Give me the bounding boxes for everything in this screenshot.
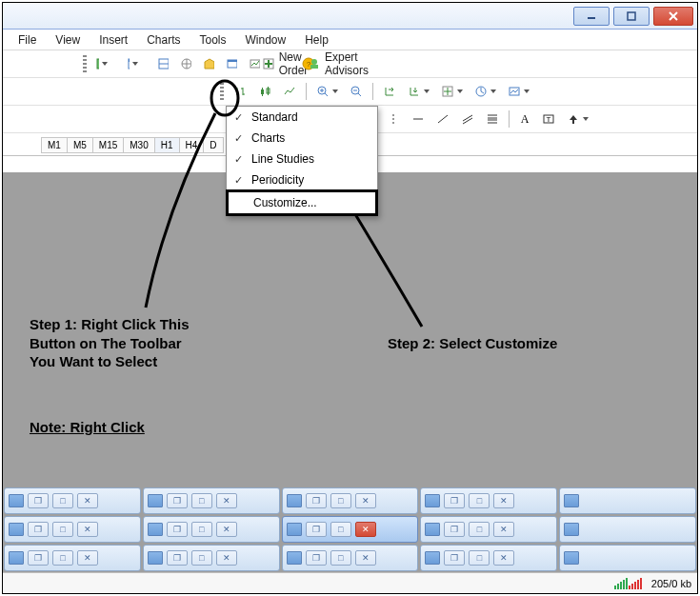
fibonacci-button[interactable] (481, 109, 504, 129)
maximize-icon[interactable]: □ (469, 522, 490, 537)
candlestick-button[interactable] (253, 81, 276, 102)
data-window-button[interactable] (198, 53, 219, 74)
tf-h1[interactable]: H1 (154, 137, 180, 153)
toolbar-grip[interactable] (83, 55, 87, 72)
maximize-icon[interactable]: □ (469, 550, 490, 566)
menu-window[interactable]: Window (236, 30, 296, 50)
child-window[interactable]: ❐□✕ (420, 545, 557, 571)
restore-icon[interactable]: ❐ (306, 550, 327, 566)
tf-m1[interactable]: M1 (41, 137, 68, 153)
expert-advisors-button[interactable]: Expert Advisors (328, 53, 349, 74)
close-icon[interactable]: ✕ (493, 493, 514, 508)
maximize-icon[interactable]: □ (52, 550, 73, 566)
chart-shift-button[interactable] (403, 81, 434, 102)
child-window-active[interactable]: ❐□✕ (282, 516, 419, 543)
restore-icon[interactable]: ❐ (167, 550, 188, 566)
menu-help[interactable]: Help (295, 30, 338, 50)
maximize-icon[interactable]: □ (330, 493, 351, 508)
maximize-button[interactable] (613, 7, 650, 26)
tf-d1[interactable]: D (203, 137, 223, 153)
ctx-charts[interactable]: Charts (227, 128, 377, 149)
child-window[interactable] (559, 487, 696, 514)
close-icon[interactable]: ✕ (216, 550, 237, 566)
close-icon[interactable]: ✕ (77, 550, 98, 566)
indicators-button[interactable] (436, 81, 468, 102)
zoom-out-button[interactable] (345, 81, 368, 102)
child-window[interactable]: ❐□✕ (4, 516, 141, 543)
maximize-icon[interactable]: □ (52, 522, 73, 537)
restore-icon[interactable]: ❐ (444, 550, 465, 566)
child-window[interactable] (559, 516, 696, 543)
child-window[interactable]: ❐□✕ (282, 545, 419, 571)
child-window[interactable]: ❐□✕ (4, 487, 141, 514)
maximize-icon[interactable]: □ (191, 522, 212, 537)
line-chart-button[interactable] (278, 81, 301, 102)
navigator-button[interactable] (175, 53, 196, 74)
profiles-button[interactable] (122, 53, 143, 74)
close-icon[interactable]: ✕ (355, 550, 376, 566)
menu-charts[interactable]: Charts (137, 30, 190, 50)
maximize-icon[interactable]: □ (191, 550, 212, 566)
child-window[interactable]: ❐□✕ (4, 545, 141, 571)
maximize-icon[interactable]: □ (191, 493, 212, 508)
menu-view[interactable]: View (46, 30, 90, 50)
ctx-periodicity[interactable]: Periodicity (227, 169, 377, 190)
maximize-icon[interactable]: □ (330, 522, 351, 537)
horizontal-line-button[interactable] (407, 109, 430, 129)
trendline-button[interactable] (431, 109, 454, 129)
close-icon[interactable]: ✕ (493, 522, 514, 537)
child-window[interactable]: ❐□✕ (143, 487, 280, 514)
tf-m30[interactable]: M30 (123, 137, 154, 153)
restore-icon[interactable]: ❐ (28, 493, 49, 508)
new-chart-button[interactable] (91, 53, 112, 74)
ctx-line-studies[interactable]: Line Studies (227, 149, 377, 169)
close-icon[interactable]: ✕ (77, 493, 98, 508)
channel-button[interactable] (456, 109, 479, 129)
text-label-button[interactable]: T (537, 109, 560, 129)
restore-icon[interactable]: ❐ (28, 522, 49, 537)
close-icon[interactable]: ✕ (355, 493, 376, 508)
market-watch-button[interactable] (152, 53, 173, 74)
restore-icon[interactable]: ❐ (167, 522, 188, 537)
restore-icon[interactable]: ❐ (167, 493, 188, 508)
auto-scroll-button[interactable] (378, 81, 401, 102)
child-window[interactable]: ❐□✕ (143, 516, 280, 543)
text-button[interactable]: A (514, 109, 535, 129)
zoom-in-button[interactable] (311, 81, 343, 102)
menu-insert[interactable]: Insert (90, 30, 137, 50)
child-window[interactable]: ❐□✕ (143, 545, 280, 571)
terminal-button[interactable] (221, 53, 242, 74)
restore-icon[interactable]: ❐ (306, 522, 327, 537)
templates-button[interactable] (503, 81, 534, 102)
arrows-button[interactable] (562, 109, 593, 129)
child-window[interactable] (559, 545, 696, 571)
minimize-button[interactable] (573, 7, 610, 26)
close-icon[interactable]: ✕ (216, 522, 237, 537)
vertical-line-button[interactable] (382, 109, 405, 129)
close-icon[interactable]: ✕ (77, 522, 98, 537)
close-icon[interactable]: ✕ (216, 493, 237, 508)
child-window[interactable]: ❐□✕ (282, 487, 419, 514)
restore-icon[interactable]: ❐ (444, 493, 465, 508)
child-window[interactable]: ❐□✕ (420, 516, 557, 543)
bar-chart-button[interactable] (229, 81, 251, 102)
new-order-button[interactable]: New Order (274, 53, 295, 74)
maximize-icon[interactable]: □ (52, 493, 73, 508)
menu-file[interactable]: File (9, 30, 46, 50)
menu-tools[interactable]: Tools (190, 30, 236, 50)
maximize-icon[interactable]: □ (469, 493, 490, 508)
close-icon[interactable]: ✕ (493, 550, 514, 566)
maximize-icon[interactable]: □ (330, 550, 351, 566)
restore-icon[interactable]: ❐ (28, 550, 49, 566)
restore-icon[interactable]: ❐ (306, 493, 327, 508)
close-icon[interactable]: ✕ (355, 522, 376, 537)
tf-m5[interactable]: M5 (67, 137, 93, 153)
ctx-customize[interactable]: Customize... (226, 189, 378, 216)
close-button[interactable] (653, 7, 693, 26)
child-window[interactable]: ❐□✕ (420, 487, 557, 514)
toolbar-grip[interactable] (220, 83, 224, 100)
periods-button[interactable] (470, 81, 501, 102)
tf-m15[interactable]: M15 (92, 137, 124, 153)
tf-h4[interactable]: H4 (179, 137, 205, 153)
ctx-standard[interactable]: Standard (227, 107, 377, 128)
